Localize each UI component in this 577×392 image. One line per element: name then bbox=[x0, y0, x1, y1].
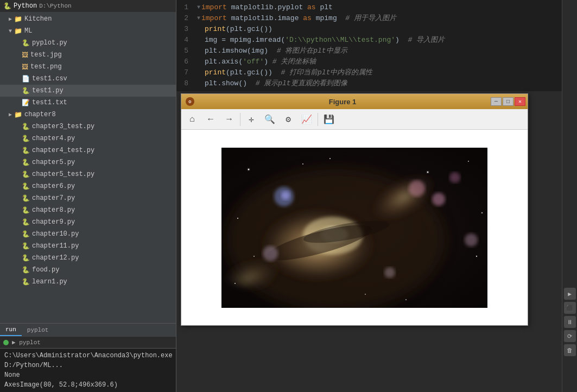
fold-arrow[interactable]: ▼ bbox=[197, 2, 200, 13]
tab-pyplot-label: pyplot bbox=[27, 327, 49, 333]
string: 'D:\\python\\ML\\test.png' bbox=[285, 35, 395, 46]
py-icon: 🐍 bbox=[22, 230, 30, 238]
sidebar-item-label: pyplot.py bbox=[32, 39, 67, 47]
svg-point-22 bbox=[476, 255, 477, 256]
comment: 更直观的看到图像 bbox=[291, 78, 347, 89]
folder-icon: 📁 bbox=[14, 27, 22, 35]
figure-app-icon: ⚙ bbox=[186, 97, 194, 106]
gutter-icon-3[interactable]: ⏸ bbox=[564, 316, 576, 328]
gutter-icon-2[interactable]: ⬛ bbox=[564, 302, 576, 314]
code-line-5: plt.imshow(img) # 将图片在 plt 中显示 bbox=[193, 46, 562, 56]
edit-curves-button[interactable]: 📈 bbox=[298, 111, 315, 128]
sidebar-item-chapter8-py[interactable]: 🐍 chapter8.py bbox=[0, 204, 176, 216]
zoom-button[interactable]: 🔍 bbox=[261, 111, 278, 128]
sidebar-item-chapter7-py[interactable]: 🐍 chapter7.py bbox=[0, 192, 176, 204]
py-icon: 🐍 bbox=[22, 159, 30, 167]
minimize-button[interactable]: ─ bbox=[491, 97, 502, 106]
code-text: ) bbox=[395, 35, 408, 46]
svg-point-26 bbox=[481, 212, 483, 213]
comment: # 打印当前 bbox=[281, 67, 318, 78]
sidebar-item-pyplot-py[interactable]: 🐍 pyplot.py bbox=[0, 37, 176, 49]
sidebar-item-chapter9-py[interactable]: 🐍 chapter9.py bbox=[0, 216, 176, 228]
python-icon: 🐍 bbox=[3, 2, 11, 10]
maximize-button[interactable]: □ bbox=[503, 97, 513, 106]
back-button[interactable]: ← bbox=[202, 111, 219, 128]
sidebar-item-chapter5-py[interactable]: 🐍 chapter5.py bbox=[0, 156, 176, 168]
code-content: ▼ import matplotlib.pyplot as plt ▼ impo… bbox=[193, 0, 562, 91]
py-icon: 🐍 bbox=[22, 254, 30, 262]
gutter-icon-5[interactable]: 🗑 bbox=[564, 344, 576, 356]
sidebar-item-label: test1.csv bbox=[32, 75, 67, 83]
png-icon: 🖼 bbox=[22, 63, 28, 71]
sidebar-header: 🐍 Python D:\Python bbox=[0, 0, 176, 12]
figure-canvas bbox=[181, 130, 528, 325]
sidebar-item-chapter4-test-py[interactable]: 🐍 chapter4_test.py bbox=[0, 144, 176, 156]
code-line-3: print (plt.gci()) bbox=[193, 24, 562, 35]
sidebar-item-label: test1.py bbox=[32, 87, 64, 94]
svg-point-15 bbox=[465, 233, 478, 246]
tab-pyplot[interactable]: pyplot bbox=[22, 324, 54, 336]
txt-icon: 📝 bbox=[22, 99, 30, 107]
keyword: as bbox=[307, 2, 316, 13]
toolbar-divider-1 bbox=[240, 113, 240, 126]
sidebar-item-chapter4-py[interactable]: 🐍 chapter4.py bbox=[0, 132, 176, 144]
sidebar-item-label: food.py bbox=[32, 266, 59, 274]
tab-run[interactable]: run bbox=[0, 324, 22, 336]
sidebar-item-chapter6-py[interactable]: 🐍 chapter6.py bbox=[0, 180, 176, 192]
left-gutter: ▶ ⬛ ⏸ ⟳ 🗑 bbox=[562, 0, 577, 392]
code-text: ) bbox=[264, 56, 272, 67]
sidebar-item-label: chapter5_test.py bbox=[32, 170, 94, 178]
sidebar-item-ml[interactable]: ▼ 📁 ML bbox=[0, 25, 176, 37]
pan-button[interactable]: ✛ bbox=[243, 111, 260, 128]
close-button[interactable]: ✕ bbox=[515, 97, 525, 106]
code-editor: 1 2 3 4 5 6 7 8 ▼ import matplotlib.pypl… bbox=[176, 0, 562, 91]
comment-italic: plt bbox=[318, 67, 330, 78]
svg-point-14 bbox=[263, 246, 278, 261]
folder-icon: 📁 bbox=[14, 15, 22, 23]
sidebar-item-test-png[interactable]: 🖼 test.png bbox=[0, 61, 176, 73]
save-button[interactable]: 💾 bbox=[320, 111, 338, 128]
svg-point-28 bbox=[253, 256, 255, 257]
line-numbers: 1 2 3 4 5 6 7 8 bbox=[176, 0, 193, 91]
sidebar-item-label: chapter11.py bbox=[32, 242, 79, 250]
figure-title: Figure 1 bbox=[194, 98, 491, 106]
comment: # 用于导入图片 bbox=[337, 13, 396, 24]
tab-bar: run pyplot bbox=[0, 323, 176, 336]
sidebar-item-test1-txt[interactable]: 📝 test1.txt bbox=[0, 97, 176, 109]
sidebar-item-food-py[interactable]: 🐍 food.py bbox=[0, 264, 176, 276]
sidebar-item-chapter3-test-py[interactable]: 🐍 chapter3_test.py bbox=[0, 121, 176, 132]
console-line-3: AxesImage(80, 52.8;496x369.6) bbox=[4, 380, 172, 390]
forward-button[interactable]: → bbox=[220, 111, 238, 128]
sidebar-item-label: chapter4_test.py bbox=[32, 147, 94, 154]
py-icon: 🐍 bbox=[22, 218, 30, 226]
sidebar-item-chapter5-test-py[interactable]: 🐍 chapter5_test.py bbox=[0, 168, 176, 180]
svg-point-21 bbox=[237, 218, 238, 219]
sidebar-item-test-jpg[interactable]: 🖼 test.jpg bbox=[0, 49, 176, 61]
svg-point-18 bbox=[302, 163, 303, 165]
sidebar-item-kitchen[interactable]: ▶ 📁 Kitchen bbox=[0, 13, 176, 25]
sidebar-item-chapter12-py[interactable]: 🐍 chapter12.py bbox=[0, 252, 176, 264]
sidebar-item-learn1-py[interactable]: 🐍 learn1.py bbox=[0, 276, 176, 288]
py-icon: 🐍 bbox=[22, 123, 30, 131]
sidebar-item-test1-csv[interactable]: 📄 test1.csv bbox=[0, 73, 176, 85]
run-label: ▶ pyplot bbox=[12, 339, 41, 346]
home-button[interactable]: ⌂ bbox=[183, 111, 201, 128]
code-line-4: img = mpimg.imread( 'D:\\python\\ML\\tes… bbox=[193, 35, 562, 46]
sidebar-bottom: run pyplot ▶ pyplot C:\Users\Administrat… bbox=[0, 323, 176, 392]
subplots-button[interactable]: ⚙ bbox=[280, 111, 297, 128]
sidebar-item-test1-py[interactable]: 🐍 test1.py bbox=[0, 85, 176, 97]
sidebar-item-label: chapter9.py bbox=[32, 218, 75, 226]
py-icon: 🐍 bbox=[22, 147, 30, 155]
code-line-7: print (plt.gci()) # 打印当前 plt 中内容的属性 bbox=[193, 67, 562, 78]
sidebar-item-label: test1.txt bbox=[32, 99, 67, 106]
gutter-icon-1[interactable]: ▶ bbox=[564, 288, 576, 300]
sidebar-item-chapter10-py[interactable]: 🐍 chapter10.py bbox=[0, 228, 176, 240]
code-text: (plt.gci()) bbox=[226, 67, 281, 78]
gutter-icon-4[interactable]: ⟳ bbox=[564, 330, 576, 342]
fold-arrow[interactable]: ▼ bbox=[197, 13, 200, 24]
figure-wm-buttons: ─ □ ✕ bbox=[491, 97, 525, 106]
function: print bbox=[205, 24, 226, 35]
sidebar-item-chapter11-py[interactable]: 🐍 chapter11.py bbox=[0, 240, 176, 252]
sidebar-item-chapter8[interactable]: ▶ 📁 chapter8 bbox=[0, 109, 176, 121]
run-indicator bbox=[3, 340, 9, 345]
